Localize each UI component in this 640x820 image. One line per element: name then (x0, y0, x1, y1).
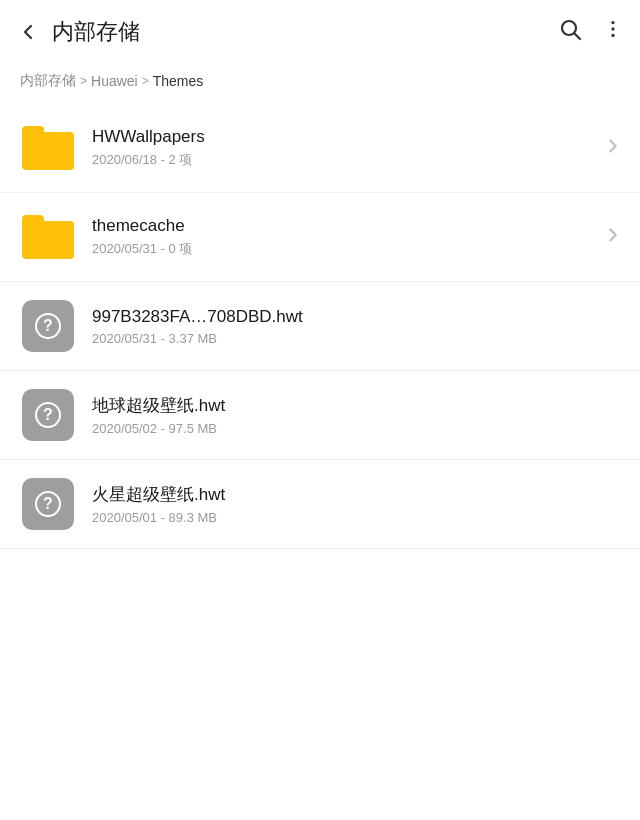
more-options-icon[interactable] (602, 18, 624, 46)
svg-line-1 (575, 34, 581, 40)
question-mark-icon: ? (35, 402, 61, 428)
item-meta: 2020/06/18 - 2 项 (92, 151, 598, 169)
svg-point-4 (611, 34, 614, 37)
app-header: 内部存储 (0, 0, 640, 64)
header-actions (558, 17, 624, 47)
question-mark-icon: ? (35, 491, 61, 517)
item-meta: 2020/05/31 - 3.37 MB (92, 331, 620, 346)
breadcrumb: 内部存储 > Huawei > Themes (0, 64, 640, 104)
file-list: HWWallpapers 2020/06/18 - 2 项 themecache… (0, 104, 640, 549)
unknown-file-icon: ? (20, 387, 76, 443)
item-content: HWWallpapers 2020/06/18 - 2 项 (92, 127, 598, 169)
item-content: 火星超级壁纸.hwt 2020/05/01 - 89.3 MB (92, 483, 620, 525)
svg-point-2 (611, 21, 614, 24)
item-meta: 2020/05/02 - 97.5 MB (92, 421, 620, 436)
breadcrumb-sep-1: > (80, 74, 87, 88)
item-name: 997B3283FA…708DBD.hwt (92, 307, 620, 327)
question-mark-icon: ? (35, 313, 61, 339)
item-name: 地球超级壁纸.hwt (92, 394, 620, 417)
breadcrumb-themes: Themes (153, 73, 204, 89)
item-name: 火星超级壁纸.hwt (92, 483, 620, 506)
breadcrumb-sep-2: > (142, 74, 149, 88)
folder-icon (20, 120, 76, 176)
folder-icon (20, 209, 76, 265)
back-button[interactable] (16, 20, 40, 44)
svg-point-3 (611, 27, 614, 30)
list-item[interactable]: HWWallpapers 2020/06/18 - 2 项 (0, 104, 640, 193)
item-meta: 2020/05/31 - 0 项 (92, 240, 598, 258)
unknown-file-icon: ? (20, 476, 76, 532)
item-content: 997B3283FA…708DBD.hwt 2020/05/31 - 3.37 … (92, 307, 620, 346)
chevron-right-icon (606, 224, 620, 251)
page-title: 内部存储 (52, 17, 558, 47)
breadcrumb-huawei[interactable]: Huawei (91, 73, 138, 89)
item-name: HWWallpapers (92, 127, 598, 147)
item-content: 地球超级壁纸.hwt 2020/05/02 - 97.5 MB (92, 394, 620, 436)
breadcrumb-internal-storage[interactable]: 内部存储 (20, 72, 76, 90)
search-icon[interactable] (558, 17, 582, 47)
list-item[interactable]: themecache 2020/05/31 - 0 项 (0, 193, 640, 282)
list-item[interactable]: ? 997B3283FA…708DBD.hwt 2020/05/31 - 3.3… (0, 282, 640, 371)
item-name: themecache (92, 216, 598, 236)
unknown-file-icon: ? (20, 298, 76, 354)
item-meta: 2020/05/01 - 89.3 MB (92, 510, 620, 525)
list-item[interactable]: ? 火星超级壁纸.hwt 2020/05/01 - 89.3 MB (0, 460, 640, 549)
chevron-right-icon (606, 135, 620, 162)
list-item[interactable]: ? 地球超级壁纸.hwt 2020/05/02 - 97.5 MB (0, 371, 640, 460)
item-content: themecache 2020/05/31 - 0 项 (92, 216, 598, 258)
